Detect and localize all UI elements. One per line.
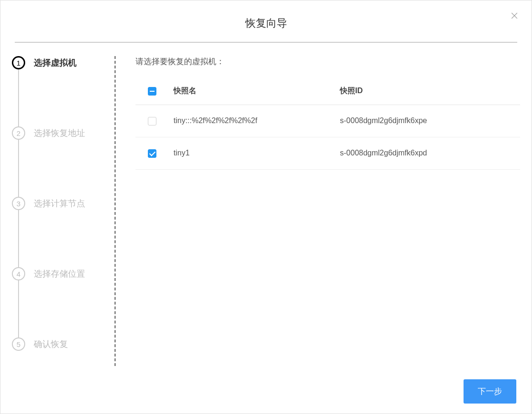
step-label: 确认恢复 <box>34 338 68 350</box>
step-number-icon: 5 <box>12 337 25 351</box>
table-scroll[interactable]: 快照名 快照ID tiny:::%2f%2f%2f%2f%2fs-0008dgm… <box>135 77 520 366</box>
table-row[interactable]: tiny1s-0008dgml2g6djmfk6xpd <box>135 137 520 169</box>
step-label: 选择恢复地址 <box>34 127 85 139</box>
step-label: 选择虚拟机 <box>34 57 77 68</box>
main-panel: 请选择要恢复的虚拟机： 快照名 快照ID <box>116 56 520 366</box>
step-label: 选择存储位置 <box>34 268 85 279</box>
row-checkbox-cell <box>135 137 169 169</box>
select-all-checkbox[interactable] <box>148 87 156 96</box>
snapshot-id-cell: s-0008dgml2g6djmfk6xpd <box>335 137 520 169</box>
row-checkbox[interactable] <box>148 117 156 125</box>
wizard-stepper: 1选择虚拟机2选择恢复地址3选择计算节点4选择存储位置5确认恢复 <box>12 56 116 366</box>
table-container: 快照名 快照ID tiny:::%2f%2f%2f%2f%2fs-0008dgm… <box>135 77 520 366</box>
close-icon[interactable] <box>510 11 519 20</box>
snapshot-table: 快照名 快照ID tiny:::%2f%2f%2f%2f%2fs-0008dgm… <box>135 77 520 170</box>
table-row[interactable]: tiny:::%2f%2f%2f%2f%2fs-0008dgml2g6djmfk… <box>135 105 520 137</box>
step-label: 选择计算节点 <box>34 198 85 209</box>
next-button[interactable]: 下一步 <box>464 379 516 404</box>
step-2: 2选择恢复地址 <box>12 126 105 140</box>
table-header-row: 快照名 快照ID <box>135 77 520 105</box>
dialog-title: 恢复向导 <box>12 9 520 42</box>
snapshot-name-cell: tiny1 <box>169 137 335 169</box>
step-4: 4选择存储位置 <box>12 267 105 280</box>
step-1: 1选择虚拟机 <box>12 56 105 69</box>
step-connector <box>18 69 19 126</box>
dialog-footer: 下一步 <box>12 366 520 404</box>
row-checkbox[interactable] <box>148 149 156 158</box>
step-connector <box>18 280 19 337</box>
restore-wizard-dialog: 恢复向导 1选择虚拟机2选择恢复地址3选择计算节点4选择存储位置5确认恢复 请选… <box>0 0 532 414</box>
snapshot-id-cell: s-0008dgml2g6djmfk6xpe <box>335 105 520 137</box>
header-checkbox-cell <box>135 77 169 105</box>
instruction-text: 请选择要恢复的虚拟机： <box>135 56 520 67</box>
dialog-content: 1选择虚拟机2选择恢复地址3选择计算节点4选择存储位置5确认恢复 请选择要恢复的… <box>12 43 520 366</box>
step-number-icon: 1 <box>12 56 25 69</box>
step-number-icon: 2 <box>12 126 25 140</box>
step-5: 5确认恢复 <box>12 337 105 351</box>
step-connector <box>18 140 19 197</box>
step-number-icon: 4 <box>12 267 25 280</box>
snapshot-name-cell: tiny:::%2f%2f%2f%2f%2f <box>169 105 335 137</box>
row-checkbox-cell <box>135 105 169 137</box>
step-number-icon: 3 <box>12 197 25 210</box>
step-connector <box>18 210 19 267</box>
header-snapshot-id: 快照ID <box>335 77 520 105</box>
header-snapshot-name: 快照名 <box>169 77 335 105</box>
step-3: 3选择计算节点 <box>12 197 105 210</box>
